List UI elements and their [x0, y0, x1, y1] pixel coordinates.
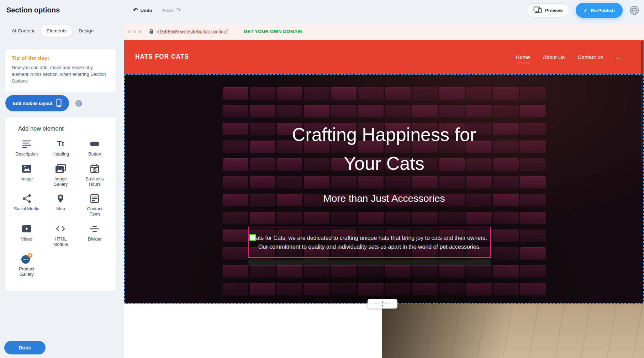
tip-body: Now you can add, move and resize any ele… [12, 64, 110, 85]
business-hours-icon [90, 163, 100, 175]
element-business-hours[interactable]: Business Hours [78, 163, 112, 187]
redo-icon: ↷ [176, 7, 181, 13]
undo-label: Undo [140, 8, 152, 13]
tab-ai-content[interactable]: AI Content [6, 25, 41, 37]
window-dots-icon [128, 30, 141, 33]
tab-elements[interactable]: Elements [41, 25, 73, 37]
edit-mobile-layout-button[interactable]: Edit mobile layout [5, 95, 69, 111]
check-icon: ✓ [584, 8, 587, 13]
lock-icon [149, 29, 154, 36]
done-button[interactable]: Done [4, 341, 46, 354]
element-heading[interactable]: Tt Heading [44, 138, 78, 157]
get-domain-link[interactable]: GET YOUR OWN DOMAIN [244, 29, 302, 34]
resize-arrow-up-icon: ▲ [381, 301, 384, 303]
resize-arrow-down-icon: ▼ [381, 305, 384, 307]
language-globe-icon[interactable] [629, 5, 640, 16]
browser-address-bar: n1566589.websitebuilder.online/ GET YOUR… [124, 24, 644, 40]
preview-label: Preview [545, 8, 563, 13]
phone-icon [56, 99, 62, 108]
image-gallery-icon [55, 163, 66, 175]
republish-button[interactable]: ✓ Re-Publish [576, 3, 623, 18]
pavement-photo [382, 304, 644, 358]
app: Section options ↶ Undo Redo ↷ Preview ✓ … [0, 0, 644, 358]
hero-section-selected[interactable]: Crafting Happiness for Your Cats More th… [124, 74, 644, 304]
element-button[interactable]: Button [78, 138, 112, 157]
republish-label: Re-Publish [591, 8, 615, 13]
element-image[interactable]: Image [10, 163, 44, 187]
next-section-white-area [124, 304, 382, 358]
section-resize-handle[interactable]: ▲ ▼ [368, 299, 397, 309]
hero-subheading[interactable]: More than Just Accessories [125, 193, 643, 204]
hero-heading[interactable]: Crafting Happiness for Your Cats [125, 120, 643, 178]
element-divider[interactable]: Divider [78, 223, 112, 247]
tip-of-the-day-card: Tip of the day: Now you can add, move an… [5, 49, 116, 92]
element-video[interactable]: Video [10, 223, 44, 247]
product-gallery-icon: SHOP [20, 253, 33, 265]
page-title: Section options [6, 6, 60, 14]
preview-devices-icon [533, 6, 542, 14]
add-element-title: Add new element [18, 125, 112, 132]
element-html-module[interactable]: HTML Module [44, 223, 78, 247]
element-grid: Description Tt Heading Button Image Imag… [10, 138, 112, 277]
element-image-gallery[interactable]: Image Gallery [44, 163, 78, 187]
element-map[interactable]: Map [44, 193, 78, 217]
info-icon[interactable]: i [75, 100, 82, 107]
edit-mobile-row: Edit mobile layout i [5, 95, 82, 111]
map-icon [56, 193, 65, 205]
nav-more-icon[interactable]: ... [616, 54, 622, 60]
undo-redo-group: ↶ Undo Redo ↷ [133, 0, 181, 21]
divider-icon [89, 223, 100, 235]
social-media-icon [22, 193, 32, 205]
contact-form-icon [90, 193, 100, 205]
site-logo[interactable]: HATS FOR CATS [135, 53, 189, 61]
element-social-media[interactable]: Social Media [10, 193, 44, 217]
video-icon [21, 223, 32, 235]
scrollbar-thumb[interactable] [641, 41, 643, 162]
description-icon [22, 138, 32, 150]
redo-label: Redo [162, 8, 174, 13]
topbar: Section options ↶ Undo Redo ↷ Preview ✓ … [0, 0, 644, 21]
add-element-panel: Add new element Description Tt Heading B… [5, 117, 116, 291]
tip-title: Tip of the day: [12, 55, 110, 61]
sidebar-divider [6, 331, 115, 331]
next-section [124, 304, 644, 358]
topbar-actions: Preview ✓ Re-Publish [527, 0, 640, 21]
image-icon [21, 163, 32, 175]
nav-contact-us[interactable]: Contact us [577, 54, 603, 60]
preview-button[interactable]: Preview [527, 3, 569, 17]
element-product-gallery[interactable]: SHOP Product Gallery [10, 253, 44, 277]
hover-ghost-strip [248, 260, 491, 266]
tab-design[interactable]: Design [73, 25, 100, 37]
svg-text:SHOP: SHOP [23, 258, 28, 260]
site-header: HATS FOR CATS Home About Us Contact us .… [124, 40, 644, 74]
button-icon [89, 138, 100, 150]
undo-icon: ↶ [133, 7, 138, 13]
nav-about-us[interactable]: About Us [543, 54, 565, 60]
selected-text-element[interactable]: Hats for Cats, we are dedicated to craft… [248, 227, 491, 258]
redo-button[interactable]: Redo ↷ [162, 7, 181, 13]
html-module-icon [55, 223, 66, 235]
selection-drag-handle[interactable] [249, 234, 256, 241]
element-contact-form[interactable]: Contact Form [78, 193, 112, 217]
site-url[interactable]: n1566589.websitebuilder.online/ [157, 29, 228, 35]
edit-mobile-label: Edit mobile layout [13, 101, 53, 106]
heading-icon: Tt [57, 138, 64, 150]
hero-paragraph: Hats for Cats, we are dedicated to craft… [249, 233, 490, 251]
element-description[interactable]: Description [10, 138, 44, 157]
site-nav: Home About Us Contact us ... [516, 54, 622, 60]
nav-home[interactable]: Home [516, 54, 530, 60]
sidebar-tabs: AI Content Elements Design [6, 25, 100, 37]
undo-button[interactable]: ↶ Undo [133, 7, 152, 13]
